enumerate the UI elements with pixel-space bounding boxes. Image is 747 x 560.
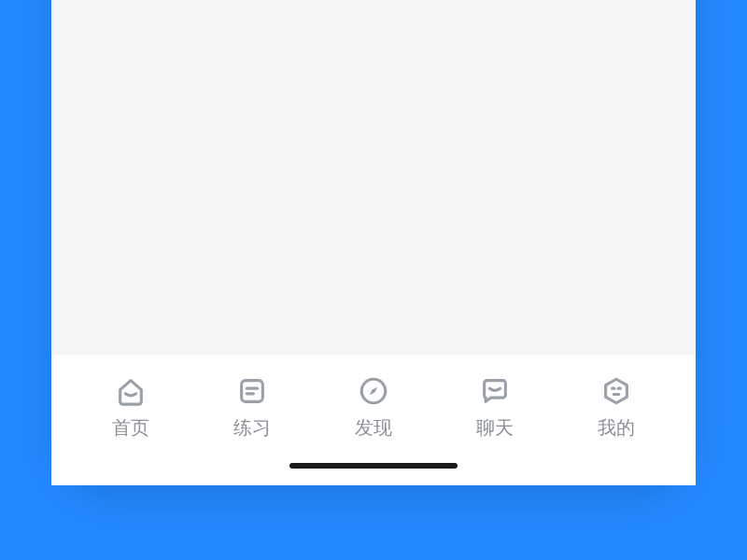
tab-label: 我的 [598,415,635,441]
profile-icon [600,375,632,407]
svg-rect-18 [242,381,263,402]
notes-icon [236,375,268,407]
home-icon [115,375,147,407]
tab-profile[interactable]: 我的 [574,375,658,441]
compass-icon [358,375,389,407]
tab-chat[interactable]: 聊天 [453,375,537,441]
svg-marker-23 [606,379,627,403]
home-indicator[interactable] [289,463,458,469]
tab-label: 发现 [355,415,392,441]
phone-frame: 205分 1月2月3月4月5月6月7月8月9月 首页 练习 发 [51,0,696,485]
tab-discover[interactable]: 发现 [331,375,416,441]
tab-label: 练习 [233,415,271,441]
tab-practice[interactable]: 练习 [210,375,294,441]
tab-label: 聊天 [476,415,514,441]
svg-marker-22 [370,387,378,396]
tab-home[interactable]: 首页 [89,375,173,441]
tab-label: 首页 [112,415,149,441]
chat-icon [479,375,511,407]
